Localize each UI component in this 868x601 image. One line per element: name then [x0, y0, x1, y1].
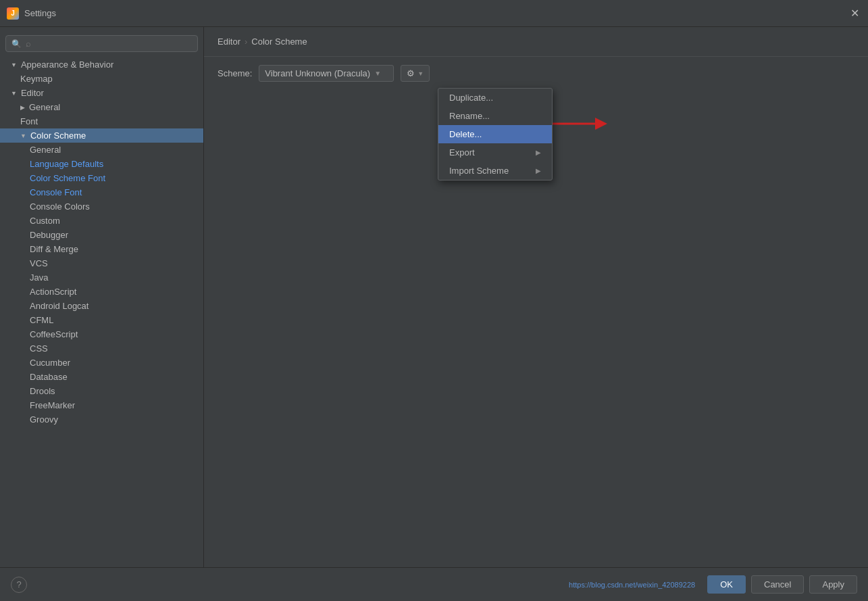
sidebar-item-color-scheme[interactable]: ▼Color Scheme: [0, 128, 203, 143]
sidebar-item-drools[interactable]: Drools: [0, 384, 203, 398]
menu-item-label: Rename...: [449, 111, 490, 121]
sidebar-item-appearance[interactable]: ▼Appearance & Behavior: [0, 57, 203, 72]
search-box[interactable]: 🔍: [5, 35, 198, 52]
sidebar-item-color-scheme-font[interactable]: Color Scheme Font: [0, 171, 203, 185]
sidebar-item-label: Android Logcat: [30, 301, 88, 311]
sidebar-item-cs-general[interactable]: General: [0, 143, 203, 157]
triangle-icon: ▼: [20, 133, 26, 139]
sidebar-items-container: ▼Appearance & BehaviorKeymap▼Editor▶Gene…: [0, 57, 203, 427]
menu-item-label: Duplicate...: [449, 93, 493, 103]
sidebar-item-label: Cucumber: [30, 358, 70, 368]
title-bar-left: J Settings: [7, 7, 56, 20]
sidebar-item-cucumber[interactable]: Cucumber: [0, 356, 203, 370]
breadcrumb-parent: Editor: [218, 37, 240, 47]
sidebar-item-label: Diff & Merge: [30, 244, 78, 254]
sidebar-item-font[interactable]: Font: [0, 114, 203, 128]
triangle-icon: ▶: [20, 104, 25, 111]
sidebar-item-label: Appearance & Behavior: [21, 59, 113, 70]
main-container: 🔍 ▼Appearance & BehaviorKeymap▼Editor▶Ge…: [0, 27, 868, 567]
sidebar-item-label: Debugger: [30, 230, 68, 240]
sidebar-item-groovy[interactable]: Groovy: [0, 412, 203, 427]
close-button[interactable]: ✕: [848, 7, 861, 20]
sidebar-item-cfml[interactable]: CFML: [0, 313, 203, 327]
sidebar-item-css[interactable]: CSS: [0, 341, 203, 356]
breadcrumb-separator: ›: [245, 37, 247, 47]
sidebar-item-label: General: [29, 102, 60, 112]
footer-right: https://blog.csdn.net/weixin_42089228 OK…: [569, 575, 857, 594]
sidebar-item-label: Color Scheme: [30, 130, 86, 141]
sidebar-item-editor[interactable]: ▼Editor: [0, 86, 203, 100]
sidebar-item-label: General: [30, 145, 61, 155]
menu-item-label: Delete...: [449, 129, 482, 139]
sidebar-item-label: CFML: [30, 315, 53, 325]
menu-item-label: Export: [449, 147, 475, 158]
scheme-value: Vibrant Unknown (Dracula): [265, 68, 370, 78]
sidebar-item-label: Drools: [30, 386, 55, 396]
ok-button[interactable]: OK: [707, 575, 746, 594]
sidebar-item-freemarker[interactable]: FreeMarker: [0, 398, 203, 412]
app-icon: J: [7, 7, 19, 20]
sidebar-item-keymap[interactable]: Keymap: [0, 72, 203, 86]
sidebar-item-java[interactable]: Java: [0, 270, 203, 285]
footer-url: https://blog.csdn.net/weixin_42089228: [569, 581, 695, 589]
search-icon: 🔍: [11, 39, 22, 49]
menu-item-rename[interactable]: Rename...: [438, 107, 552, 125]
scheme-dropdown[interactable]: Vibrant Unknown (Dracula) ▼: [259, 65, 394, 82]
sidebar-item-label: VCS: [30, 258, 48, 268]
cancel-button[interactable]: Cancel: [751, 575, 804, 594]
sidebar-item-label: Font: [20, 116, 38, 126]
sidebar-item-label: Editor: [21, 88, 44, 98]
sidebar-item-label: Keymap: [20, 74, 53, 84]
search-input[interactable]: [26, 39, 192, 49]
sidebar-item-debugger[interactable]: Debugger: [0, 228, 203, 242]
scheme-dropdown-arrow: ▼: [374, 70, 381, 77]
menu-arrow-icon: ▶: [536, 149, 541, 156]
title-bar: J Settings ✕: [0, 0, 868, 27]
breadcrumb: Editor › Color Scheme: [204, 27, 868, 57]
sidebar-item-diff-merge[interactable]: Diff & Merge: [0, 242, 203, 256]
sidebar-item-coffeescript[interactable]: CoffeeScript: [0, 327, 203, 341]
scheme-row: Scheme: Vibrant Unknown (Dracula) ▼ ⚙ ▼: [204, 57, 868, 90]
menu-arrow-icon: ▶: [536, 167, 541, 174]
sidebar-item-database[interactable]: Database: [0, 370, 203, 384]
triangle-icon: ▼: [11, 90, 17, 97]
menu-item-duplicate[interactable]: Duplicate...: [438, 89, 552, 107]
sidebar-item-android-logcat[interactable]: Android Logcat: [0, 299, 203, 313]
triangle-icon: ▼: [11, 62, 17, 68]
dropdown-menu: Duplicate...Rename...Delete...Export▶Imp…: [438, 88, 553, 181]
sidebar-item-label: Java: [30, 272, 48, 283]
content-area: Editor › Color Scheme Scheme: Vibrant Un…: [204, 27, 868, 567]
footer-left: ?: [11, 577, 27, 593]
sidebar-item-label: Groovy: [30, 414, 58, 425]
sidebar-item-label: Database: [30, 372, 68, 382]
sidebar-item-label: Custom: [30, 216, 60, 226]
menu-item-label: Import Scheme: [449, 166, 509, 176]
menu-item-delete[interactable]: Delete...: [438, 125, 552, 143]
sidebar-item-label: CSS: [30, 343, 48, 354]
sidebar-item-label: Console Colors: [30, 201, 90, 212]
menu-item-import-scheme[interactable]: Import Scheme▶: [438, 162, 552, 180]
help-button[interactable]: ?: [11, 577, 27, 593]
menu-item-export[interactable]: Export▶: [438, 143, 552, 162]
sidebar-item-console-colors[interactable]: Console Colors: [0, 199, 203, 214]
breadcrumb-current: Color Scheme: [251, 37, 307, 47]
sidebar-item-actionscript[interactable]: ActionScript: [0, 285, 203, 299]
window-title: Settings: [24, 8, 56, 18]
sidebar-item-vcs[interactable]: VCS: [0, 256, 203, 270]
gear-button[interactable]: ⚙ ▼: [401, 65, 430, 82]
gear-arrow: ▼: [417, 70, 424, 77]
sidebar-item-general[interactable]: ▶General: [0, 100, 203, 114]
sidebar-item-label: ActionScript: [30, 287, 76, 297]
sidebar-item-label: FreeMarker: [30, 400, 75, 410]
arrow-annotation: [547, 114, 608, 139]
footer: ? https://blog.csdn.net/weixin_42089228 …: [0, 567, 868, 601]
sidebar-item-label: Console Font: [30, 187, 82, 197]
scheme-label: Scheme:: [218, 68, 252, 78]
sidebar-item-language-defaults[interactable]: Language Defaults: [0, 157, 203, 171]
apply-button[interactable]: Apply: [809, 575, 857, 594]
sidebar-item-label: Language Defaults: [30, 159, 103, 169]
sidebar-item-label: CoffeeScript: [30, 329, 78, 339]
sidebar-item-console-font[interactable]: Console Font: [0, 185, 203, 199]
sidebar-item-custom[interactable]: Custom: [0, 214, 203, 228]
sidebar-item-label: Color Scheme Font: [30, 173, 105, 183]
